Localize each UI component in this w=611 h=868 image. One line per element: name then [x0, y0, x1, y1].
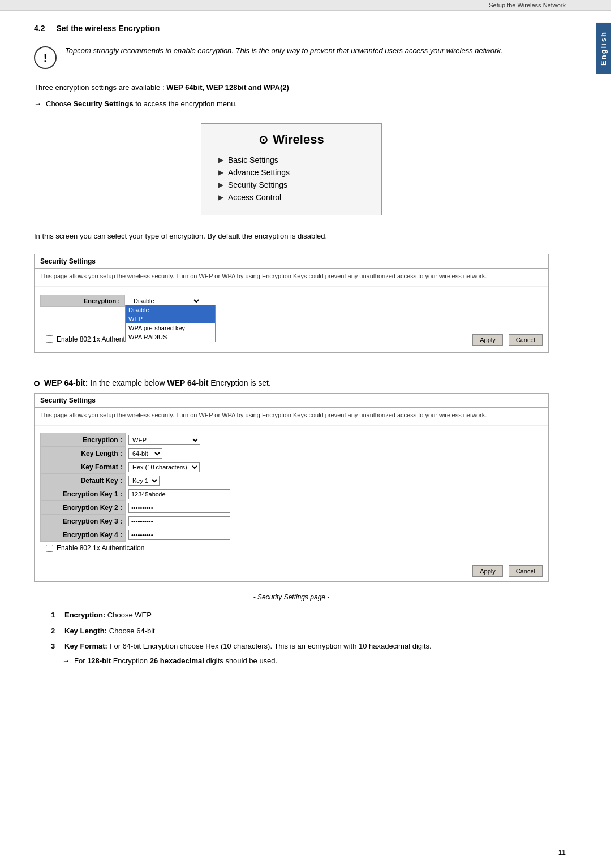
- caption-text: - Security Settings page -: [34, 593, 549, 601]
- sub-arrow-item: → For 128-bit Encryption 26 hexadecimal …: [34, 657, 549, 665]
- enc-key-1-input[interactable]: [128, 489, 230, 499]
- menu-item-advance-settings[interactable]: ▶ Advance Settings: [218, 166, 364, 179]
- label-enc-key-4: Encryption Key 4 :: [41, 528, 126, 542]
- wireless-icon: ⊙: [259, 133, 268, 146]
- circle-bullet-icon: [34, 381, 40, 386]
- menu-arrow-icon: ▶: [218, 181, 223, 189]
- menu-item-security-settings[interactable]: ▶ Security Settings: [218, 179, 364, 191]
- encryption-row: Encryption : Disable WEP WPA pre-shared …: [40, 293, 206, 308]
- menu-arrow-icon: ▶: [218, 169, 223, 176]
- form-row-enc-key-2: Encryption Key 2 :: [41, 501, 543, 515]
- menu-arrow-icon: ▶: [218, 193, 223, 201]
- security-panel-2-desc: This page allows you setup the wireless …: [35, 408, 548, 426]
- value-enc-key-4: [126, 528, 543, 542]
- encryption-select-2[interactable]: WEP Disable WPA pre-shared key WPA RADIU…: [128, 435, 200, 445]
- buttons-row-1: Apply Cancel: [472, 334, 543, 346]
- dropdown-option-wpa-radius[interactable]: WPA RADIUS: [126, 332, 215, 342]
- label-key-format: Key Format :: [41, 460, 126, 474]
- value-key-format: Hex (10 characters) ASCII (5 characters): [126, 460, 543, 474]
- top-bar: Setup the Wireless Network: [0, 0, 611, 11]
- security-panel-2-header: Security Settings: [35, 394, 548, 408]
- wep-heading: WEP 64-bit: In the example below WEP 64-…: [34, 378, 549, 387]
- list-item-1: 1 Encryption: Choose WEP: [51, 610, 549, 621]
- apply-button-2[interactable]: Apply: [472, 565, 503, 577]
- enc-key-4-input[interactable]: [128, 530, 230, 540]
- top-bar-text: Setup the Wireless Network: [489, 2, 566, 8]
- page-number: 11: [558, 849, 566, 857]
- value-enc-key-3: [126, 515, 543, 528]
- label-encryption: Encryption :: [41, 433, 126, 447]
- enable-802-label-2: Enable 802.1x Authentication: [57, 544, 144, 552]
- menu-item-access-control[interactable]: ▶ Access Control: [218, 191, 364, 204]
- value-enc-key-2: [126, 501, 543, 515]
- security-panel-2: Security Settings This page allows you s…: [34, 393, 549, 582]
- enable-802-checkbox-2[interactable]: [46, 545, 53, 552]
- form-row-default-key: Default Key : Key 1 Key 2 Key 3 Key 4: [41, 474, 543, 487]
- security-panel-1: Security Settings This page allows you s…: [34, 254, 549, 353]
- enc-key-2-input[interactable]: [128, 503, 230, 513]
- security-panel-1-body: Encryption : Disable WEP WPA pre-shared …: [35, 287, 548, 352]
- key-length-select[interactable]: 64-bit 128-bit: [128, 448, 162, 459]
- wireless-menu-box: ⊙ Wireless ▶ Basic Settings ▶ Advance Se…: [201, 123, 382, 215]
- form-row-key-length: Key Length : 64-bit 128-bit: [41, 447, 543, 460]
- para-encryption-default: In this screen you can select your type …: [34, 231, 549, 243]
- cancel-button-2[interactable]: Cancel: [509, 565, 543, 577]
- value-encryption: WEP Disable WPA pre-shared key WPA RADIU…: [126, 433, 543, 447]
- menu-arrow-icon: ▶: [218, 156, 223, 164]
- encryption-value-cell: Disable WEP WPA pre-shared key WPA RADIU…: [125, 293, 206, 308]
- checkbox-row-2: Enable 802.1x Authentication: [40, 542, 543, 554]
- arrow-item-security-settings: → Choose Security Settings to access the…: [34, 100, 549, 108]
- enable-802-checkbox-1[interactable]: [46, 335, 53, 343]
- para-encryption-options: Three encryption settings are available …: [34, 82, 549, 94]
- sub-arrow-icon: →: [62, 657, 70, 665]
- value-default-key: Key 1 Key 2 Key 3 Key 4: [126, 474, 543, 487]
- security-form-table: Encryption : WEP Disable WPA pre-shared …: [40, 433, 543, 542]
- apply-button-1[interactable]: Apply: [472, 334, 503, 346]
- list-item-2: 2 Key Length: Choose 64-bit: [51, 625, 549, 637]
- label-enc-key-2: Encryption Key 2 :: [41, 501, 126, 515]
- label-key-length: Key Length :: [41, 447, 126, 460]
- encryption-dropdown-open: Disable WEP WPA pre-shared key WPA RADIU…: [125, 305, 216, 342]
- default-key-select[interactable]: Key 1 Key 2 Key 3 Key 4: [128, 476, 160, 486]
- dropdown-option-disable[interactable]: Disable: [126, 305, 215, 314]
- enc-key-3-input[interactable]: [128, 516, 230, 526]
- info-text: Topcom strongly recommends to enable enc…: [65, 45, 502, 57]
- info-icon: !: [34, 46, 57, 69]
- security-panel-1-header: Security Settings: [35, 254, 548, 269]
- form-row-enc-key-1: Encryption Key 1 :: [41, 487, 543, 501]
- encryption-label: Encryption :: [40, 295, 125, 307]
- security-panel-2-body: Encryption : WEP Disable WPA pre-shared …: [35, 426, 548, 561]
- label-default-key: Default Key :: [41, 474, 126, 487]
- label-enc-key-3: Encryption Key 3 :: [41, 515, 126, 528]
- dropdown-option-wep[interactable]: WEP: [126, 314, 215, 323]
- list-item-3: 3 Key Format: For 64-bit Encryption choo…: [51, 641, 549, 652]
- security-panel-1-desc: This page allows you setup the wireless …: [35, 269, 548, 287]
- form-row-key-format: Key Format : Hex (10 characters) ASCII (…: [41, 460, 543, 474]
- main-content: 4.2 Set the wireless Encryption ! Topcom…: [0, 11, 594, 676]
- buttons-row-2: Apply Cancel: [35, 561, 548, 581]
- side-tab-english: English: [596, 23, 611, 74]
- label-enc-key-1: Encryption Key 1 :: [41, 487, 126, 501]
- value-enc-key-1: [126, 487, 543, 501]
- wireless-title: ⊙ Wireless: [218, 132, 364, 147]
- value-key-length: 64-bit 128-bit: [126, 447, 543, 460]
- form-row-encryption: Encryption : WEP Disable WPA pre-shared …: [41, 433, 543, 447]
- arrow-icon: →: [34, 100, 41, 108]
- form-row-enc-key-3: Encryption Key 3 :: [41, 515, 543, 528]
- menu-item-basic-settings[interactable]: ▶ Basic Settings: [218, 154, 364, 166]
- section-title: 4.2 Set the wireless Encryption: [34, 22, 549, 34]
- cancel-button-1[interactable]: Cancel: [509, 334, 543, 346]
- key-format-select[interactable]: Hex (10 characters) ASCII (5 characters): [128, 462, 200, 472]
- form-row-enc-key-4: Encryption Key 4 :: [41, 528, 543, 542]
- info-box: ! Topcom strongly recommends to enable e…: [34, 42, 549, 72]
- numbered-list: 1 Encryption: Choose WEP 2 Key Length: C…: [34, 610, 549, 652]
- dropdown-option-wpa-psk[interactable]: WPA pre-shared key: [126, 323, 215, 332]
